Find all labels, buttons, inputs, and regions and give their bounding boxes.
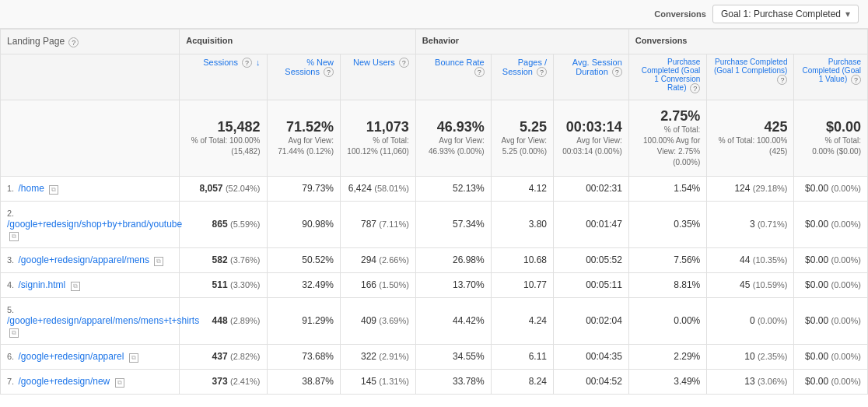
copy-icon[interactable]: ⧉	[71, 282, 80, 291]
pages-col-header[interactable]: Pages / Session ?	[491, 54, 553, 100]
new-users-pct: (58.01%)	[374, 184, 409, 193]
row-num: 2.	[7, 209, 14, 218]
row-num: 5.	[7, 305, 14, 314]
totals-conv-rate-sub: % of Total: 100.00% Avg for View: 2.75% …	[635, 125, 700, 168]
completions-cell: 3 (0.71%)	[707, 201, 794, 247]
copy-icon[interactable]: ⧉	[129, 353, 138, 363]
copy-icon[interactable]: ⧉	[115, 378, 124, 388]
pct-new-cell: 38.87%	[267, 369, 340, 394]
goal-value-cell: $0.00 (0.00%)	[794, 176, 868, 201]
avg-session-value: 00:05:11	[586, 279, 622, 290]
pct-new-col-header[interactable]: % New Sessions ?	[267, 54, 340, 100]
totals-conv-rate: 2.75% % of Total: 100.00% Avg for View: …	[628, 100, 706, 176]
goal-value-value: $0.00	[805, 183, 828, 194]
completions-value: 124	[734, 183, 750, 194]
group-header-row: Landing Page ? Acquisition Behavior Conv…	[1, 30, 868, 54]
bounce-col-header[interactable]: Bounce Rate ?	[415, 54, 491, 100]
help-icon-newusers[interactable]: ?	[399, 58, 409, 68]
new-users-label: New Users	[353, 58, 395, 67]
pct-new-cell: 73.68%	[267, 344, 340, 369]
sessions-pct: (5.59%)	[230, 219, 261, 229]
conv-rate-cell: 0.00%	[628, 297, 706, 344]
bounce-cell: 13.70%	[415, 272, 491, 297]
page-link[interactable]: /home	[19, 183, 44, 194]
row-num: 1.	[7, 184, 14, 193]
goal-select-label: Goal 1: Purchase Completed	[721, 9, 841, 19]
copy-icon[interactable]: ⧉	[9, 328, 19, 338]
bounce-cell: 26.98%	[415, 247, 491, 272]
new-users-cell: 322 (2.91%)	[341, 344, 416, 369]
page-link[interactable]: /google+redesign/apparel	[19, 351, 124, 362]
help-icon-pctnew[interactable]: ?	[324, 67, 334, 77]
page-link[interactable]: /signin.html	[19, 279, 66, 290]
goal-value-value: $0.00	[805, 315, 828, 326]
help-icon-landing[interactable]: ?	[68, 37, 79, 47]
sessions-cell: 582 (3.76%)	[180, 247, 267, 272]
new-users-cell: 6,424 (58.01%)	[341, 176, 416, 201]
totals-avg-session-main: 00:03:14	[560, 119, 622, 135]
sessions-cell: 8,057 (52.04%)	[180, 176, 267, 201]
sessions-sort-link[interactable]: Sessions	[203, 58, 238, 67]
goal-value-pct: (0.00%)	[831, 280, 861, 289]
pages-value: 6.11	[529, 351, 547, 362]
totals-completions-main: 425	[713, 119, 787, 135]
sessions-value: 865	[212, 219, 228, 230]
goal-select[interactable]: Goal 1: Purchase Completed ▾	[712, 5, 859, 23]
help-icon-bounce[interactable]: ?	[474, 67, 485, 77]
new-users-cell: 787 (7.11%)	[341, 201, 416, 247]
completions-pct: (2.35%)	[758, 352, 788, 361]
totals-new-users: 11,073 % of Total: 100.12% (11,060)	[341, 100, 416, 176]
copy-icon[interactable]: ⧉	[9, 232, 19, 241]
help-icon-convrate[interactable]: ?	[690, 83, 700, 93]
completions-cell: 45 (10.59%)	[707, 272, 794, 297]
completions-cell: 10 (2.35%)	[707, 344, 794, 369]
new-users-col-header[interactable]: New Users ?	[341, 54, 416, 100]
new-users-value: 409	[361, 315, 376, 326]
sessions-value: 373	[212, 376, 228, 387]
help-icon-avgsess[interactable]: ?	[612, 67, 622, 77]
conv-rate-value: 1.54%	[674, 183, 700, 194]
new-users-value: 322	[361, 351, 376, 362]
copy-icon[interactable]: ⧉	[49, 185, 58, 195]
goal-value-col-header[interactable]: Purchase Completed (Goal 1 Value) ?	[794, 54, 868, 100]
conv-rate-col-header[interactable]: Purchase Completed (Goal 1 Conversion Ra…	[628, 54, 706, 100]
pct-new-value: 50.52%	[302, 254, 334, 265]
completions-cell: 13 (3.06%)	[707, 369, 794, 394]
pages-cell: 4.12	[491, 176, 553, 201]
avg-session-value: 00:01:47	[586, 219, 622, 230]
new-users-pct: (1.50%)	[379, 280, 409, 289]
pct-new-cell: 79.73%	[267, 176, 340, 201]
new-users-value: 294	[361, 254, 376, 265]
help-icon-completions[interactable]: ?	[777, 75, 787, 85]
avg-session-col-header[interactable]: Avg. Session Duration ?	[554, 54, 629, 100]
help-icon-goalvalue[interactable]: ?	[851, 75, 861, 85]
bounce-cell: 33.78%	[415, 369, 491, 394]
sessions-cell: 511 (3.30%)	[180, 272, 267, 297]
sessions-col-header[interactable]: Sessions ? ↓	[180, 54, 267, 100]
completions-col-header[interactable]: Purchase Completed (Goal 1 Completions) …	[707, 54, 794, 100]
completions-pct: (10.35%)	[753, 255, 788, 265]
bounce-cell: 57.34%	[415, 201, 491, 247]
landing-page-cell: 4. /signin.html ⧉	[1, 272, 180, 297]
help-icon-sessions[interactable]: ?	[242, 58, 252, 68]
goal-value-pct: (0.00%)	[831, 316, 861, 325]
sessions-value: 437	[212, 351, 228, 362]
totals-new-users-main: 11,073	[347, 119, 409, 135]
page-link[interactable]: /google+redesign/apparel/mens/mens+t+shi…	[7, 315, 199, 326]
page-link[interactable]: /google+redesign/apparel/mens	[19, 254, 149, 265]
pct-new-value: 38.87%	[302, 376, 334, 387]
completions-value: 10	[744, 351, 754, 362]
completions-pct: (0.00%)	[758, 316, 788, 325]
copy-icon[interactable]: ⧉	[154, 257, 163, 266]
sessions-pct: (2.82%)	[230, 352, 261, 361]
avg-session-cell: 00:05:52	[554, 247, 629, 272]
page-link[interactable]: /google+redesign/new	[19, 376, 110, 387]
help-icon-pages[interactable]: ?	[537, 67, 547, 77]
page-link[interactable]: /google+redesign/shop+by+brand/youtube	[7, 219, 182, 230]
goal-value-value: $0.00	[805, 254, 828, 265]
row-num: 4.	[7, 280, 14, 289]
goal-value-pct: (0.00%)	[831, 377, 861, 386]
pct-new-cell: 90.98%	[267, 201, 340, 247]
new-users-cell: 166 (1.50%)	[341, 272, 416, 297]
landing-page-cell: 2. /google+redesign/shop+by+brand/youtub…	[1, 201, 180, 247]
